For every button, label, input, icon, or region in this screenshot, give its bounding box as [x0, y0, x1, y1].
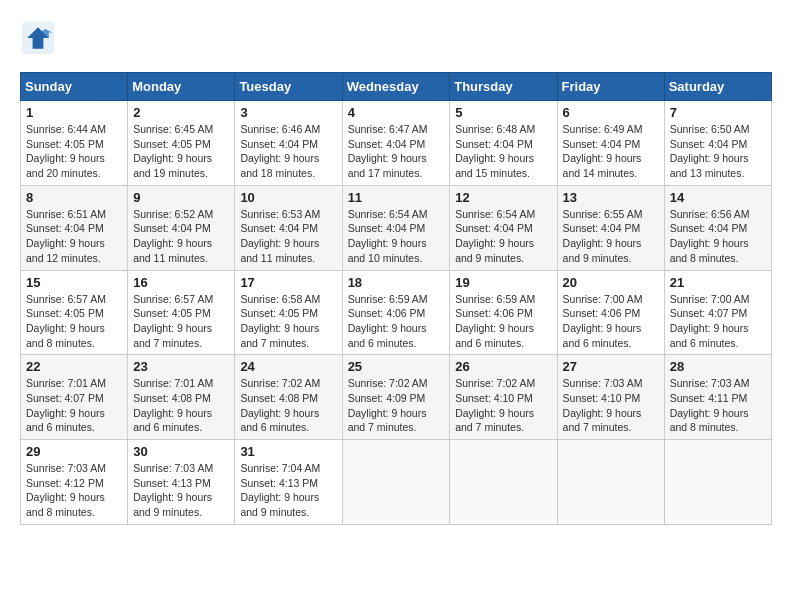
- calendar-cell: 7Sunrise: 6:50 AMSunset: 4:04 PMDaylight…: [664, 101, 771, 186]
- day-info: Sunrise: 6:55 AMSunset: 4:04 PMDaylight:…: [563, 207, 659, 266]
- day-info: Sunrise: 7:03 AMSunset: 4:10 PMDaylight:…: [563, 376, 659, 435]
- calendar-header-tuesday: Tuesday: [235, 73, 342, 101]
- calendar-cell: 5Sunrise: 6:48 AMSunset: 4:04 PMDaylight…: [450, 101, 557, 186]
- day-info: Sunrise: 6:54 AMSunset: 4:04 PMDaylight:…: [455, 207, 551, 266]
- day-info: Sunrise: 6:46 AMSunset: 4:04 PMDaylight:…: [240, 122, 336, 181]
- day-number: 15: [26, 275, 122, 290]
- calendar-cell: 30Sunrise: 7:03 AMSunset: 4:13 PMDayligh…: [128, 440, 235, 525]
- calendar-header-monday: Monday: [128, 73, 235, 101]
- day-number: 8: [26, 190, 122, 205]
- day-number: 11: [348, 190, 445, 205]
- calendar-cell: 10Sunrise: 6:53 AMSunset: 4:04 PMDayligh…: [235, 185, 342, 270]
- day-info: Sunrise: 7:04 AMSunset: 4:13 PMDaylight:…: [240, 461, 336, 520]
- day-info: Sunrise: 7:02 AMSunset: 4:08 PMDaylight:…: [240, 376, 336, 435]
- day-number: 23: [133, 359, 229, 374]
- day-info: Sunrise: 6:48 AMSunset: 4:04 PMDaylight:…: [455, 122, 551, 181]
- day-info: Sunrise: 7:03 AMSunset: 4:13 PMDaylight:…: [133, 461, 229, 520]
- calendar-cell: [342, 440, 450, 525]
- logo-icon: [20, 20, 56, 56]
- calendar-header-friday: Friday: [557, 73, 664, 101]
- calendar-cell: [450, 440, 557, 525]
- day-info: Sunrise: 7:01 AMSunset: 4:07 PMDaylight:…: [26, 376, 122, 435]
- logo: [20, 20, 62, 56]
- day-info: Sunrise: 7:02 AMSunset: 4:09 PMDaylight:…: [348, 376, 445, 435]
- day-info: Sunrise: 6:59 AMSunset: 4:06 PMDaylight:…: [455, 292, 551, 351]
- day-number: 21: [670, 275, 766, 290]
- day-info: Sunrise: 6:58 AMSunset: 4:05 PMDaylight:…: [240, 292, 336, 351]
- calendar-cell: 20Sunrise: 7:00 AMSunset: 4:06 PMDayligh…: [557, 270, 664, 355]
- day-number: 28: [670, 359, 766, 374]
- day-number: 12: [455, 190, 551, 205]
- calendar-header-wednesday: Wednesday: [342, 73, 450, 101]
- calendar-header-sunday: Sunday: [21, 73, 128, 101]
- day-number: 27: [563, 359, 659, 374]
- day-number: 17: [240, 275, 336, 290]
- calendar-header-saturday: Saturday: [664, 73, 771, 101]
- day-number: 25: [348, 359, 445, 374]
- calendar-cell: 27Sunrise: 7:03 AMSunset: 4:10 PMDayligh…: [557, 355, 664, 440]
- day-number: 2: [133, 105, 229, 120]
- calendar-cell: 12Sunrise: 6:54 AMSunset: 4:04 PMDayligh…: [450, 185, 557, 270]
- calendar-cell: 26Sunrise: 7:02 AMSunset: 4:10 PMDayligh…: [450, 355, 557, 440]
- calendar-cell: 22Sunrise: 7:01 AMSunset: 4:07 PMDayligh…: [21, 355, 128, 440]
- calendar-cell: 6Sunrise: 6:49 AMSunset: 4:04 PMDaylight…: [557, 101, 664, 186]
- day-number: 6: [563, 105, 659, 120]
- calendar-table: SundayMondayTuesdayWednesdayThursdayFrid…: [20, 72, 772, 525]
- day-number: 29: [26, 444, 122, 459]
- day-info: Sunrise: 6:51 AMSunset: 4:04 PMDaylight:…: [26, 207, 122, 266]
- calendar-cell: 1Sunrise: 6:44 AMSunset: 4:05 PMDaylight…: [21, 101, 128, 186]
- day-info: Sunrise: 6:57 AMSunset: 4:05 PMDaylight:…: [133, 292, 229, 351]
- day-number: 4: [348, 105, 445, 120]
- calendar-cell: 17Sunrise: 6:58 AMSunset: 4:05 PMDayligh…: [235, 270, 342, 355]
- calendar-cell: 23Sunrise: 7:01 AMSunset: 4:08 PMDayligh…: [128, 355, 235, 440]
- day-info: Sunrise: 6:50 AMSunset: 4:04 PMDaylight:…: [670, 122, 766, 181]
- day-info: Sunrise: 7:03 AMSunset: 4:11 PMDaylight:…: [670, 376, 766, 435]
- day-number: 22: [26, 359, 122, 374]
- calendar-cell: 9Sunrise: 6:52 AMSunset: 4:04 PMDaylight…: [128, 185, 235, 270]
- calendar-cell: 16Sunrise: 6:57 AMSunset: 4:05 PMDayligh…: [128, 270, 235, 355]
- day-info: Sunrise: 6:52 AMSunset: 4:04 PMDaylight:…: [133, 207, 229, 266]
- calendar-header-thursday: Thursday: [450, 73, 557, 101]
- day-info: Sunrise: 6:57 AMSunset: 4:05 PMDaylight:…: [26, 292, 122, 351]
- calendar-cell: 11Sunrise: 6:54 AMSunset: 4:04 PMDayligh…: [342, 185, 450, 270]
- calendar-cell: 31Sunrise: 7:04 AMSunset: 4:13 PMDayligh…: [235, 440, 342, 525]
- calendar-week-4: 22Sunrise: 7:01 AMSunset: 4:07 PMDayligh…: [21, 355, 772, 440]
- page-header: [20, 20, 772, 56]
- day-number: 18: [348, 275, 445, 290]
- day-info: Sunrise: 6:44 AMSunset: 4:05 PMDaylight:…: [26, 122, 122, 181]
- day-number: 26: [455, 359, 551, 374]
- calendar-cell: 28Sunrise: 7:03 AMSunset: 4:11 PMDayligh…: [664, 355, 771, 440]
- day-number: 5: [455, 105, 551, 120]
- calendar-cell: 19Sunrise: 6:59 AMSunset: 4:06 PMDayligh…: [450, 270, 557, 355]
- day-number: 24: [240, 359, 336, 374]
- calendar-cell: 13Sunrise: 6:55 AMSunset: 4:04 PMDayligh…: [557, 185, 664, 270]
- day-number: 7: [670, 105, 766, 120]
- calendar-week-1: 1Sunrise: 6:44 AMSunset: 4:05 PMDaylight…: [21, 101, 772, 186]
- day-info: Sunrise: 6:49 AMSunset: 4:04 PMDaylight:…: [563, 122, 659, 181]
- calendar-cell: 3Sunrise: 6:46 AMSunset: 4:04 PMDaylight…: [235, 101, 342, 186]
- calendar-week-2: 8Sunrise: 6:51 AMSunset: 4:04 PMDaylight…: [21, 185, 772, 270]
- calendar-cell: 21Sunrise: 7:00 AMSunset: 4:07 PMDayligh…: [664, 270, 771, 355]
- calendar-cell: 18Sunrise: 6:59 AMSunset: 4:06 PMDayligh…: [342, 270, 450, 355]
- calendar-week-5: 29Sunrise: 7:03 AMSunset: 4:12 PMDayligh…: [21, 440, 772, 525]
- day-number: 10: [240, 190, 336, 205]
- calendar-week-3: 15Sunrise: 6:57 AMSunset: 4:05 PMDayligh…: [21, 270, 772, 355]
- day-info: Sunrise: 6:45 AMSunset: 4:05 PMDaylight:…: [133, 122, 229, 181]
- calendar-header-row: SundayMondayTuesdayWednesdayThursdayFrid…: [21, 73, 772, 101]
- calendar-cell: [557, 440, 664, 525]
- day-info: Sunrise: 6:59 AMSunset: 4:06 PMDaylight:…: [348, 292, 445, 351]
- day-number: 1: [26, 105, 122, 120]
- day-number: 3: [240, 105, 336, 120]
- day-info: Sunrise: 6:56 AMSunset: 4:04 PMDaylight:…: [670, 207, 766, 266]
- calendar-cell: 4Sunrise: 6:47 AMSunset: 4:04 PMDaylight…: [342, 101, 450, 186]
- calendar-cell: [664, 440, 771, 525]
- day-info: Sunrise: 7:03 AMSunset: 4:12 PMDaylight:…: [26, 461, 122, 520]
- day-info: Sunrise: 7:02 AMSunset: 4:10 PMDaylight:…: [455, 376, 551, 435]
- day-info: Sunrise: 6:54 AMSunset: 4:04 PMDaylight:…: [348, 207, 445, 266]
- day-info: Sunrise: 7:01 AMSunset: 4:08 PMDaylight:…: [133, 376, 229, 435]
- day-number: 30: [133, 444, 229, 459]
- day-number: 31: [240, 444, 336, 459]
- day-info: Sunrise: 7:00 AMSunset: 4:06 PMDaylight:…: [563, 292, 659, 351]
- day-number: 9: [133, 190, 229, 205]
- day-info: Sunrise: 6:53 AMSunset: 4:04 PMDaylight:…: [240, 207, 336, 266]
